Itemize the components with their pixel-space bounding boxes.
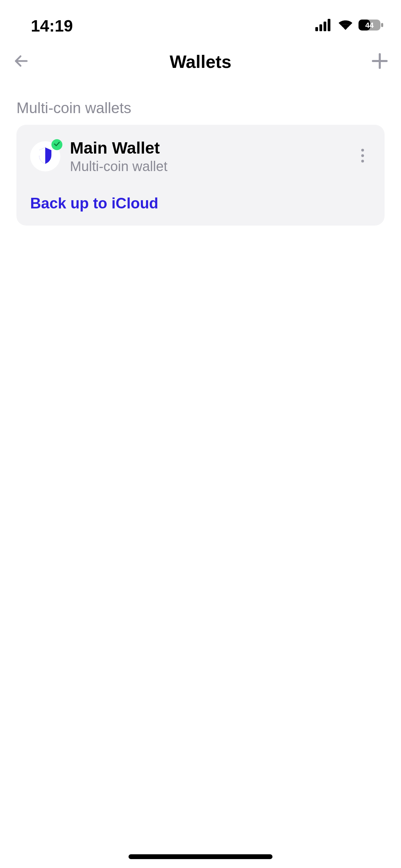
svg-point-9 xyxy=(361,154,364,157)
add-button[interactable] xyxy=(369,51,390,72)
wallet-name: Main Wallet xyxy=(70,138,345,157)
check-icon xyxy=(54,142,60,148)
svg-text:44: 44 xyxy=(365,21,374,29)
nav-bar: Wallets xyxy=(0,41,401,86)
page-title: Wallets xyxy=(32,51,369,72)
svg-point-8 xyxy=(361,149,364,152)
status-bar: 14:19 44 xyxy=(0,0,401,41)
wifi-icon xyxy=(337,19,354,33)
plus-icon xyxy=(371,52,389,71)
shield-icon xyxy=(38,147,53,166)
wallet-card[interactable]: Main Wallet Multi-coin wallet Back up to… xyxy=(16,125,385,226)
wallet-text: Main Wallet Multi-coin wallet xyxy=(70,138,345,174)
svg-rect-2 xyxy=(324,22,326,31)
home-indicator[interactable] xyxy=(129,854,272,859)
section-header: Multi-coin wallets xyxy=(0,86,401,125)
svg-point-10 xyxy=(361,160,364,162)
arrow-left-icon xyxy=(12,51,31,72)
cellular-icon xyxy=(315,19,332,33)
back-button[interactable] xyxy=(11,51,32,72)
wallet-subtitle: Multi-coin wallet xyxy=(70,159,345,174)
status-time: 14:19 xyxy=(31,16,73,35)
svg-rect-0 xyxy=(315,27,318,31)
svg-rect-3 xyxy=(328,19,330,31)
svg-rect-1 xyxy=(319,24,322,31)
more-vertical-icon xyxy=(361,148,364,165)
wallet-more-button[interactable] xyxy=(354,148,371,165)
backup-button[interactable]: Back up to iCloud xyxy=(30,195,371,212)
svg-rect-6 xyxy=(381,23,383,27)
status-indicators: 44 xyxy=(315,19,384,33)
wallet-row: Main Wallet Multi-coin wallet xyxy=(30,138,371,174)
battery-icon: 44 xyxy=(359,19,384,33)
verified-badge xyxy=(51,139,62,150)
wallet-avatar xyxy=(30,141,60,171)
